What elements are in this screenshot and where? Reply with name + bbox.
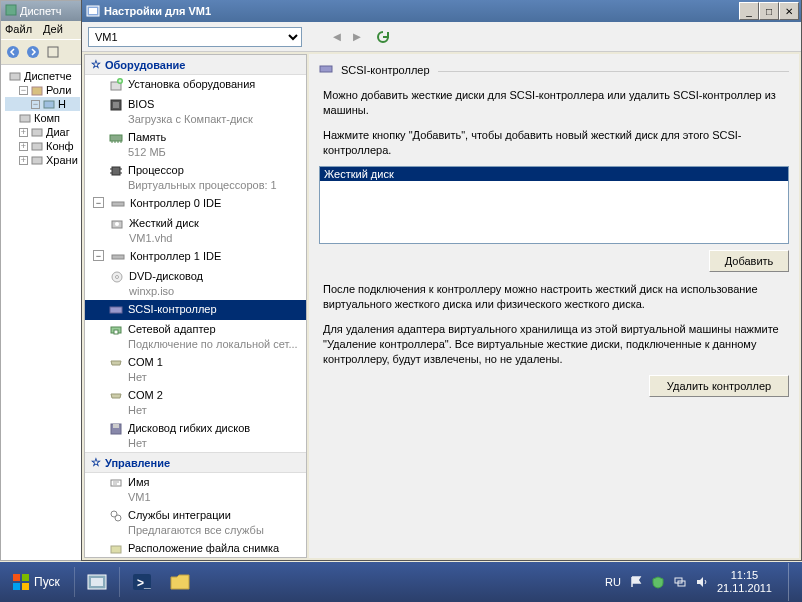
- svg-rect-4: [10, 73, 20, 80]
- collapse-icon[interactable]: −: [19, 86, 28, 95]
- com-port-icon: [108, 388, 124, 404]
- item-processor[interactable]: Процессор Виртуальных процессоров: 1: [85, 161, 306, 194]
- bg-tree: Диспетче − Роли − Н Комп + Диаг + Конф +: [1, 65, 84, 171]
- item-snapshot-location[interactable]: Расположение файла снимка C:\ProgramData…: [85, 539, 306, 558]
- bg-toolbar: [1, 39, 84, 65]
- tree-h[interactable]: − Н: [5, 97, 80, 111]
- vm-selector-dropdown[interactable]: VM1: [88, 27, 302, 47]
- expand-icon[interactable]: +: [19, 156, 28, 165]
- svg-rect-22: [112, 167, 120, 175]
- group-title: SCSI-контроллер: [337, 64, 434, 76]
- item-com2[interactable]: COM 2 Нет: [85, 386, 306, 419]
- collapse-icon[interactable]: −: [93, 250, 104, 261]
- item-floppy[interactable]: Дисковод гибких дисков Нет: [85, 419, 306, 452]
- network-adapter-icon: [108, 322, 124, 338]
- close-button[interactable]: ✕: [779, 2, 799, 20]
- language-indicator[interactable]: RU: [605, 576, 621, 588]
- svg-rect-3: [48, 47, 58, 57]
- integration-icon: [108, 508, 124, 524]
- item-network-adapter[interactable]: Сетевой адаптер Подключение по локальной…: [85, 320, 306, 353]
- bg-menu-action[interactable]: Дей: [43, 23, 63, 35]
- item-name[interactable]: Имя VM1: [85, 473, 306, 506]
- expand-icon[interactable]: +: [19, 128, 28, 137]
- nav-forward-icon[interactable]: ►: [348, 28, 366, 46]
- windows-logo-icon: [12, 573, 30, 591]
- svg-rect-46: [22, 574, 29, 581]
- taskbar-explorer-icon[interactable]: [164, 567, 196, 597]
- item-scsi-controller[interactable]: SCSI-контроллер: [85, 300, 306, 320]
- window-control-buttons: _ □ ✕: [739, 2, 799, 20]
- add-button[interactable]: Добавить: [709, 250, 789, 272]
- controller-icon: [110, 249, 126, 265]
- remove-controller-button[interactable]: Удалить контроллер: [649, 375, 789, 397]
- taskbar: Пуск >_ RU 11:15 21.11.2011: [0, 562, 802, 602]
- add-hardware-icon: [108, 77, 124, 93]
- tree-diag[interactable]: + Диаг: [5, 125, 80, 139]
- item-integration-services[interactable]: Службы интеграции Предлагаются все служб…: [85, 506, 306, 539]
- start-button[interactable]: Пуск: [4, 567, 68, 597]
- dvd-icon: [109, 269, 125, 285]
- tree-roles[interactable]: − Роли: [5, 83, 80, 97]
- tray-volume-icon[interactable]: [695, 575, 709, 589]
- svg-rect-30: [112, 255, 124, 259]
- tree-conf[interactable]: + Конф: [5, 139, 80, 153]
- group-divider: [438, 71, 789, 72]
- svg-rect-38: [111, 480, 121, 486]
- tray-flag-icon[interactable]: [629, 575, 643, 589]
- svg-point-2: [27, 46, 39, 58]
- nav-back-icon[interactable]: ◄: [328, 28, 346, 46]
- processor-icon: [108, 163, 124, 179]
- taskbar-divider: [119, 567, 120, 597]
- forward-icon[interactable]: [25, 44, 41, 60]
- tray-shield-icon[interactable]: [651, 575, 665, 589]
- titlebar[interactable]: Настройки для VM1 _ □ ✕: [82, 0, 801, 22]
- tray-network-icon[interactable]: [673, 575, 687, 589]
- com-port-icon: [108, 355, 124, 371]
- vm-settings-window: Настройки для VM1 _ □ ✕ VM1 ◄ ► ☆ Оборуд…: [81, 0, 802, 561]
- collapse-icon[interactable]: −: [93, 197, 104, 208]
- window-title: Настройки для VM1: [104, 5, 735, 17]
- hard-disk-icon: [109, 216, 125, 232]
- taskbar-powershell-icon[interactable]: >_: [126, 567, 158, 597]
- item-dvd[interactable]: DVD-дисковод winxp.iso: [85, 267, 306, 300]
- floppy-icon: [108, 421, 124, 437]
- item-add-hardware[interactable]: Установка оборудования: [85, 75, 306, 95]
- item-memory[interactable]: Память 512 МБ: [85, 128, 306, 161]
- bg-title-text: Диспетч: [20, 5, 62, 17]
- item-bios[interactable]: BIOS Загрузка с Компакт-диск: [85, 95, 306, 128]
- drive-type-listbox[interactable]: Жесткий диск: [319, 166, 789, 244]
- tree-comp[interactable]: Комп: [5, 111, 80, 125]
- svg-point-42: [115, 515, 121, 521]
- toolbar-icon[interactable]: [45, 44, 61, 60]
- expand-icon[interactable]: +: [19, 142, 28, 151]
- svg-rect-45: [13, 574, 20, 581]
- details-panel: SCSI-контроллер Можно добавить жесткие д…: [309, 54, 799, 558]
- name-icon: [108, 475, 124, 491]
- item-ide-0[interactable]: − Контроллер 0 IDE: [85, 194, 306, 214]
- scsi-controller-icon: [108, 302, 124, 318]
- svg-rect-17: [110, 135, 122, 141]
- refresh-icon[interactable]: [374, 28, 392, 46]
- svg-rect-47: [13, 583, 20, 590]
- tree-root[interactable]: Диспетче: [5, 69, 80, 83]
- management-icon: ☆: [91, 456, 101, 469]
- minimize-button[interactable]: _: [739, 2, 759, 20]
- back-icon[interactable]: [5, 44, 21, 60]
- maximize-button[interactable]: □: [759, 2, 779, 20]
- show-desktop-button[interactable]: [788, 563, 798, 601]
- item-ide-1[interactable]: − Контроллер 1 IDE: [85, 247, 306, 267]
- collapse-icon[interactable]: −: [31, 100, 40, 109]
- svg-rect-35: [114, 330, 118, 334]
- svg-rect-27: [112, 202, 124, 206]
- listbox-item-hdd[interactable]: Жесткий диск: [320, 167, 788, 181]
- svg-rect-43: [111, 546, 121, 553]
- tree-stor[interactable]: + Храни: [5, 153, 80, 167]
- item-com1[interactable]: COM 1 Нет: [85, 353, 306, 386]
- taskbar-clock[interactable]: 11:15 21.11.2011: [717, 569, 772, 595]
- memory-icon: [108, 130, 124, 146]
- management-section-header: ☆ Управление: [85, 452, 306, 473]
- svg-text:>_: >_: [137, 576, 151, 590]
- bg-menu-file[interactable]: Файл: [5, 23, 32, 35]
- taskbar-server-manager-icon[interactable]: [81, 567, 113, 597]
- item-hard-disk[interactable]: Жесткий диск VM1.vhd: [85, 214, 306, 247]
